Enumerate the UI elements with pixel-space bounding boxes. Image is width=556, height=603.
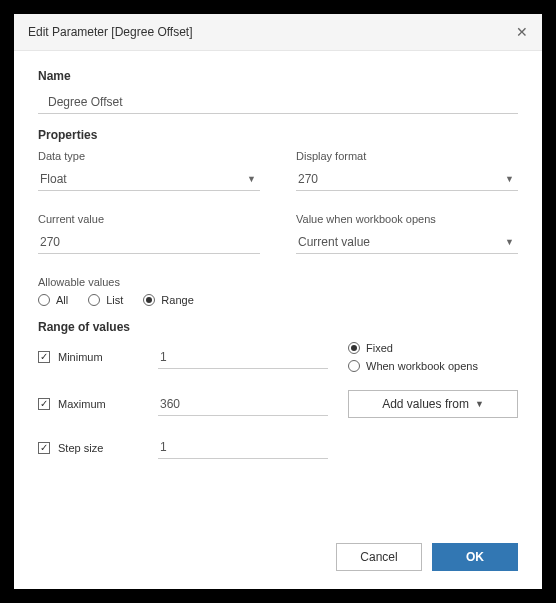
maximum-input[interactable] bbox=[158, 393, 328, 416]
radio-icon bbox=[143, 294, 155, 306]
data-type-label: Data type bbox=[38, 150, 260, 162]
titlebar: Edit Parameter [Degree Offset] ✕ bbox=[14, 14, 542, 51]
step-size-checkbox[interactable]: ✓ Step size bbox=[38, 442, 138, 454]
radio-icon bbox=[348, 360, 360, 372]
display-format-dropdown[interactable]: 270 ▼ bbox=[296, 168, 518, 191]
step-size-label: Step size bbox=[58, 442, 103, 454]
properties-heading: Properties bbox=[38, 128, 518, 142]
value-when-open-value: Current value bbox=[298, 235, 370, 249]
allowable-list-radio[interactable]: List bbox=[88, 294, 123, 306]
chevron-down-icon: ▼ bbox=[505, 237, 514, 247]
range-fixed-radio[interactable]: Fixed bbox=[348, 342, 518, 354]
allowable-all-label: All bbox=[56, 294, 68, 306]
allowable-range-radio[interactable]: Range bbox=[143, 294, 193, 306]
range-when-open-radio[interactable]: When workbook opens bbox=[348, 360, 518, 372]
range-when-open-label: When workbook opens bbox=[366, 360, 478, 372]
checkbox-icon: ✓ bbox=[38, 442, 50, 454]
display-format-value: 270 bbox=[298, 172, 318, 186]
name-label: Name bbox=[38, 69, 518, 83]
minimum-checkbox[interactable]: ✓ Minimum bbox=[38, 351, 138, 363]
maximum-checkbox[interactable]: ✓ Maximum bbox=[38, 398, 138, 410]
minimum-input[interactable] bbox=[158, 346, 328, 369]
value-when-open-label: Value when workbook opens bbox=[296, 213, 518, 225]
value-when-open-dropdown[interactable]: Current value ▼ bbox=[296, 231, 518, 254]
add-values-from-label: Add values from bbox=[382, 397, 469, 411]
name-input[interactable] bbox=[38, 91, 518, 114]
ok-button[interactable]: OK bbox=[432, 543, 518, 571]
checkbox-icon: ✓ bbox=[38, 351, 50, 363]
radio-icon bbox=[88, 294, 100, 306]
allowable-all-radio[interactable]: All bbox=[38, 294, 68, 306]
allowable-values-label: Allowable values bbox=[38, 276, 518, 288]
chevron-down-icon: ▼ bbox=[475, 399, 484, 409]
data-type-value: Float bbox=[40, 172, 67, 186]
radio-icon bbox=[348, 342, 360, 354]
current-value-label: Current value bbox=[38, 213, 260, 225]
minimum-label: Minimum bbox=[58, 351, 103, 363]
radio-icon bbox=[38, 294, 50, 306]
range-fixed-label: Fixed bbox=[366, 342, 393, 354]
maximum-label: Maximum bbox=[58, 398, 106, 410]
allowable-list-label: List bbox=[106, 294, 123, 306]
edit-parameter-dialog: Edit Parameter [Degree Offset] ✕ Name Pr… bbox=[14, 14, 542, 589]
close-icon[interactable]: ✕ bbox=[516, 24, 528, 40]
chevron-down-icon: ▼ bbox=[505, 174, 514, 184]
data-type-dropdown[interactable]: Float ▼ bbox=[38, 168, 260, 191]
checkbox-icon: ✓ bbox=[38, 398, 50, 410]
add-values-from-button[interactable]: Add values from ▼ bbox=[348, 390, 518, 418]
cancel-button[interactable]: Cancel bbox=[336, 543, 422, 571]
range-heading: Range of values bbox=[38, 320, 518, 334]
step-size-input[interactable] bbox=[158, 436, 328, 459]
chevron-down-icon: ▼ bbox=[247, 174, 256, 184]
display-format-label: Display format bbox=[296, 150, 518, 162]
allowable-range-label: Range bbox=[161, 294, 193, 306]
dialog-title: Edit Parameter [Degree Offset] bbox=[28, 25, 193, 39]
current-value-input[interactable] bbox=[38, 231, 260, 254]
